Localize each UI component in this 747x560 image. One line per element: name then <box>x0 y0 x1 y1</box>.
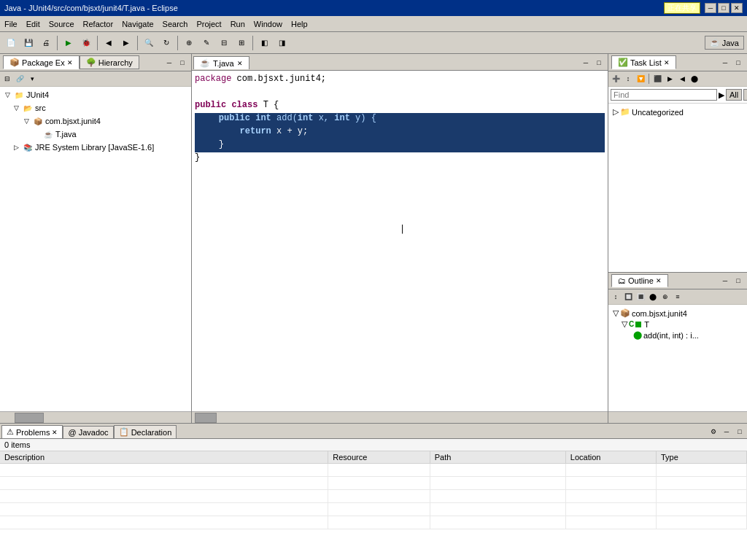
editor-hscroll[interactable] <box>192 411 608 423</box>
left-panel-hscroll[interactable] <box>0 411 191 423</box>
search-button[interactable]: 🔍 <box>141 35 157 51</box>
bottom-max-button[interactable]: □ <box>734 426 746 438</box>
print-button[interactable]: 🖨 <box>38 35 54 51</box>
bottom-options-button[interactable]: ⚙ <box>708 426 719 438</box>
toggle-outline-package[interactable]: ▽ <box>613 308 619 318</box>
col-location[interactable]: Location <box>565 451 656 464</box>
outline-btn3[interactable]: ⬤ <box>647 291 659 303</box>
close-outline-icon[interactable]: ✕ <box>656 277 662 284</box>
outline-method[interactable]: ⬤ add(int, int) : i... <box>611 330 744 341</box>
outline-btn5[interactable]: ≡ <box>672 291 684 303</box>
uncategorized-item[interactable]: ▷ 📁 Uncategorized <box>611 106 744 117</box>
col-path[interactable]: Path <box>430 451 565 464</box>
tree-item-junit4[interactable]: ▽ 📁 JUnit4 <box>1 88 190 101</box>
sort-button[interactable]: ↕ <box>622 73 634 85</box>
tree-item-src[interactable]: ▽ 📂 src <box>1 101 190 114</box>
outline-class[interactable]: ▽ C T <box>611 319 744 330</box>
hide-static-button[interactable]: 🔳 <box>635 291 646 303</box>
menu-project[interactable]: Project <box>192 18 225 30</box>
perspective-java[interactable]: ☕ Java <box>705 36 744 50</box>
menu-run[interactable]: Run <box>226 18 249 30</box>
tb-extra3[interactable]: ⊟ <box>216 35 232 51</box>
outline-package[interactable]: ▽ 📦 com.bjsxt.junit4 <box>611 308 744 319</box>
outline-hscroll[interactable] <box>608 411 747 423</box>
debug-button[interactable]: 🐞 <box>78 35 94 51</box>
bottom-min-button[interactable]: ─ <box>721 426 732 438</box>
tab-tjava-editor[interactable]: ☕ T.java ✕ <box>193 56 249 69</box>
sort-outline-button[interactable]: ↕ <box>610 291 622 303</box>
tree-item-package[interactable]: ▽ 📦 com.bjsxt.junit4 <box>1 114 190 128</box>
col-description[interactable]: Description <box>0 451 328 464</box>
tree-item-jre[interactable]: ▷ 📚 JRE System Library [JavaSE-1.6] <box>1 141 190 154</box>
toggle-package[interactable]: ▽ <box>22 117 31 125</box>
collapse-all-button[interactable]: ⊟ <box>1 73 13 85</box>
close-tab-icon[interactable]: ✕ <box>67 59 73 66</box>
task-btn3[interactable]: ◀ <box>676 73 688 85</box>
menu-refactor[interactable]: Refactor <box>79 18 118 30</box>
maximize-editor-button[interactable]: □ <box>593 57 605 69</box>
maximize-panel-button[interactable]: □ <box>177 57 188 69</box>
minimize-panel-button[interactable]: ─ <box>163 57 175 69</box>
minimize-editor-button[interactable]: ─ <box>580 57 592 69</box>
tab-declaration[interactable]: 📋 Declaration <box>114 425 177 438</box>
col-type[interactable]: Type <box>656 451 746 464</box>
tab-outline[interactable]: 🗂 Outline ✕ <box>611 274 668 287</box>
new-task-button[interactable]: ➕ <box>610 73 622 85</box>
view-menu-button[interactable]: ▾ <box>26 73 38 85</box>
prev-button[interactable]: ◀ <box>101 35 117 51</box>
toggle-junit4[interactable]: ▽ <box>3 91 12 98</box>
close-editor-tab-icon[interactable]: ✕ <box>237 60 243 67</box>
toggle-jre[interactable]: ▷ <box>12 144 20 151</box>
tab-package-explorer[interactable]: 📦 Package Ex ✕ <box>3 55 80 69</box>
editor-content[interactable]: package com.bjsxt.junit4; public class T… <box>192 71 608 411</box>
tb-extra4[interactable]: ⊞ <box>233 35 249 51</box>
tab-task-list[interactable]: ✅ Task List ✕ <box>611 55 676 69</box>
close-button[interactable]: ✕ <box>731 3 743 13</box>
maximize-button[interactable]: □ <box>718 3 729 13</box>
refresh-button[interactable]: ↻ <box>158 35 174 51</box>
outline-btn4[interactable]: ⊕ <box>659 291 671 303</box>
task-btn2[interactable]: ▶ <box>664 73 676 85</box>
task-btn4[interactable]: ⬤ <box>689 73 700 85</box>
save-button[interactable]: 💾 <box>20 35 36 51</box>
filter-button[interactable]: 🔽 <box>635 73 646 85</box>
tab-problems[interactable]: ⚠ Problems ✕ <box>1 425 63 438</box>
next-button[interactable]: ▶ <box>118 35 134 51</box>
main-area: 📦 Package Ex ✕ 🌳 Hierarchy ─ □ ⊟ 🔗 <box>0 54 747 560</box>
tb-extra6[interactable]: ◨ <box>274 35 290 51</box>
max-tasklist-button[interactable]: □ <box>732 57 744 69</box>
menu-navigate[interactable]: Navigate <box>117 18 158 30</box>
toggle-outline-class[interactable]: ▽ <box>622 319 627 329</box>
min-tasklist-button[interactable]: ─ <box>719 57 731 69</box>
menu-edit[interactable]: Edit <box>22 18 44 30</box>
col-resource[interactable]: Resource <box>328 451 430 464</box>
tb-extra2[interactable]: ✎ <box>198 35 214 51</box>
task-find-input[interactable] <box>611 89 717 101</box>
menu-file[interactable]: File <box>0 18 22 30</box>
run-button[interactable]: ▶ <box>61 35 77 51</box>
menu-window[interactable]: Window <box>249 18 287 30</box>
close-problems-icon[interactable]: ✕ <box>52 429 58 436</box>
task-find-bar: ▶ All Acti... <box>608 87 747 104</box>
package-icon: 📦 <box>32 115 44 127</box>
task-btn1[interactable]: ⬛ <box>651 73 663 85</box>
find-all-button[interactable]: All <box>726 89 742 101</box>
min-outline-button[interactable]: ─ <box>719 275 731 287</box>
new-button[interactable]: 📄 <box>3 35 19 51</box>
minimize-button[interactable]: ─ <box>705 3 716 13</box>
tab-javadoc[interactable]: @ Javadoc <box>63 426 113 438</box>
menu-source[interactable]: Source <box>44 18 79 30</box>
close-tasklist-icon[interactable]: ✕ <box>664 59 670 66</box>
tree-item-tjava[interactable]: ☕ T.java <box>1 128 190 141</box>
toggle-src[interactable]: ▽ <box>12 104 20 112</box>
tab-hierarchy[interactable]: 🌳 Hierarchy <box>80 55 139 69</box>
menu-search[interactable]: Search <box>158 18 193 30</box>
find-acti-button[interactable]: Acti... <box>743 89 747 101</box>
max-outline-button[interactable]: □ <box>732 275 744 287</box>
link-editor-button[interactable]: 🔗 <box>14 73 26 85</box>
expand-icon[interactable]: ▷ <box>613 107 619 117</box>
tb-extra1[interactable]: ⊕ <box>181 35 197 51</box>
hide-fields-button[interactable]: 🔲 <box>622 291 634 303</box>
tb-extra5[interactable]: ◧ <box>256 35 272 51</box>
menu-help[interactable]: Help <box>287 18 312 30</box>
